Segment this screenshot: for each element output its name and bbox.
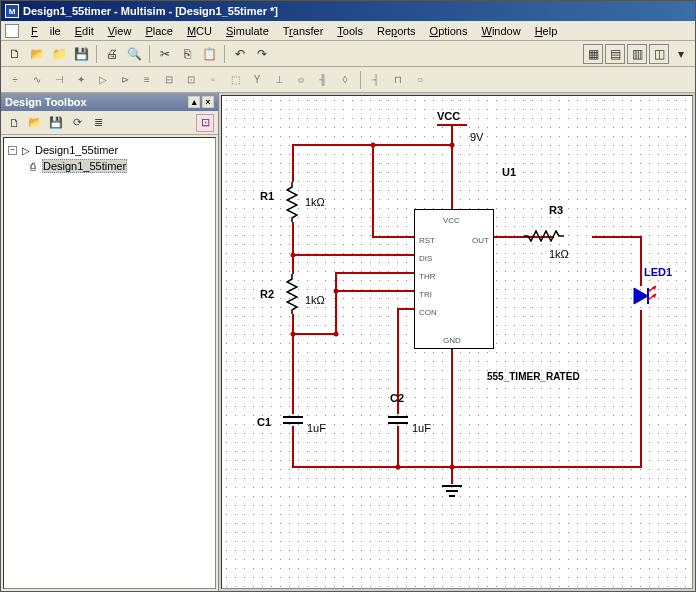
menu-help[interactable]: Help — [529, 23, 564, 39]
comp1-button[interactable]: ÷ — [5, 70, 25, 90]
r2-component[interactable] — [286, 274, 298, 314]
comp14-button[interactable]: ⌾ — [291, 70, 311, 90]
tb-filter-icon[interactable]: ⊡ — [196, 114, 214, 132]
tb-new-icon[interactable]: 🗋 — [5, 114, 23, 132]
wire-vcc-to-chip — [451, 144, 453, 209]
new-button[interactable]: 🗋 — [5, 44, 25, 64]
menu-options[interactable]: Options — [424, 23, 474, 39]
save-button[interactable]: 💾 — [71, 44, 91, 64]
hierarchy-icon: ▷ — [19, 144, 33, 156]
wire-rst-v — [372, 144, 374, 238]
view2-button[interactable]: ▤ — [605, 44, 625, 64]
menu-file[interactable]: File — [25, 23, 67, 39]
comp16-button[interactable]: ◊ — [335, 70, 355, 90]
view5-button[interactable]: ▾ — [671, 44, 691, 64]
toolbox-close-icon[interactable]: × — [202, 96, 214, 108]
toolbox-tree[interactable]: − ▷ Design1_55timer ⎙ Design1_55timer — [3, 137, 216, 589]
tb-save-icon[interactable]: 💾 — [47, 114, 65, 132]
menu-window[interactable]: Window — [475, 23, 526, 39]
vcc-wire — [451, 124, 453, 144]
comp12-button[interactable]: Y — [247, 70, 267, 90]
paste-button[interactable]: 📋 — [199, 44, 219, 64]
r1-component[interactable] — [286, 182, 298, 222]
comp10-button[interactable]: ▫ — [203, 70, 223, 90]
wire-to-ground — [451, 466, 453, 484]
view4-button[interactable]: ◫ — [649, 44, 669, 64]
tb-refresh-icon[interactable]: ⟳ — [68, 114, 86, 132]
open-button[interactable]: 📂 — [27, 44, 47, 64]
vcc-value: 9V — [470, 131, 483, 143]
tb-open-icon[interactable]: 📂 — [26, 114, 44, 132]
comp13-button[interactable]: ⊥ — [269, 70, 289, 90]
expander-icon[interactable]: − — [8, 146, 17, 155]
wire-led-bot — [640, 310, 642, 468]
comp5-button[interactable]: ▷ — [93, 70, 113, 90]
view1-button[interactable]: ▦ — [583, 44, 603, 64]
comp2-button[interactable]: ∿ — [27, 70, 47, 90]
led-component[interactable] — [630, 286, 658, 316]
menu-simulate[interactable]: Simulate — [220, 23, 275, 39]
view3-button[interactable]: ▥ — [627, 44, 647, 64]
r3-component[interactable] — [524, 230, 564, 242]
r2-value: 1kΩ — [305, 294, 325, 306]
wire-thr-h2 — [335, 272, 414, 274]
component-toolbar: ÷ ∿ ⊣ ✦ ▷ ⊳ ≡ ⊟ ⊡ ▫ ⬚ Y ⊥ ⌾ ╢ ◊ ┤ ⊓ ○ — [1, 67, 695, 93]
svg-marker-7 — [634, 288, 648, 304]
menu-reports[interactable]: Reports — [371, 23, 422, 39]
comp18-button[interactable]: ⊓ — [388, 70, 408, 90]
menu-place[interactable]: Place — [139, 23, 179, 39]
cut-button[interactable]: ✂ — [155, 44, 175, 64]
comp8-button[interactable]: ⊟ — [159, 70, 179, 90]
tb-list-icon[interactable]: ≣ — [89, 114, 107, 132]
u1-ref: U1 — [502, 166, 516, 178]
pin-rst: RST — [419, 236, 435, 245]
wire-thr-v — [335, 273, 337, 335]
toolbox-titlebar: Design Toolbox ▴ × — [1, 93, 218, 111]
comp4-button[interactable]: ✦ — [71, 70, 91, 90]
menu-transfer[interactable]: Transfer — [277, 23, 330, 39]
copy-button[interactable]: ⎘ — [177, 44, 197, 64]
comp9-button[interactable]: ⊡ — [181, 70, 201, 90]
r1-ref: R1 — [260, 190, 274, 202]
design-toolbox: Design Toolbox ▴ × 🗋 📂 💾 ⟳ ≣ ⊡ − ▷ Desig… — [1, 93, 219, 591]
u1-name: 555_TIMER_RATED — [487, 371, 580, 382]
undo-button[interactable]: ↶ — [230, 44, 250, 64]
menu-edit[interactable]: Edit — [69, 23, 100, 39]
menu-tools[interactable]: Tools — [331, 23, 369, 39]
r1-value: 1kΩ — [305, 196, 325, 208]
wire-r2-bottom — [292, 314, 294, 414]
comp17-button[interactable]: ┤ — [366, 70, 386, 90]
comp7-button[interactable]: ≡ — [137, 70, 157, 90]
led-ref: LED1 — [644, 266, 672, 278]
open2-button[interactable]: 📁 — [49, 44, 69, 64]
redo-button[interactable]: ↷ — [252, 44, 272, 64]
menu-mcu[interactable]: MCU — [181, 23, 218, 39]
pin-dis: DIS — [419, 254, 432, 263]
window-title: Design1_55timer - Multisim - [Design1_55… — [23, 5, 278, 17]
toolbox-toolbar: 🗋 📂 💾 ⟳ ≣ ⊡ — [1, 111, 218, 135]
print-button[interactable]: 🖨 — [102, 44, 122, 64]
comp11-button[interactable]: ⬚ — [225, 70, 245, 90]
pin-gnd: GND — [443, 336, 461, 345]
vcc-label: VCC — [437, 110, 460, 122]
tree-root-row[interactable]: − ▷ Design1_55timer — [8, 142, 211, 158]
u1-chip[interactable]: VCC RST DIS THR TRI CON GND OUT — [414, 209, 494, 349]
comp19-button[interactable]: ○ — [410, 70, 430, 90]
wire-thr-h1 — [292, 333, 337, 335]
title-bar: M Design1_55timer - Multisim - [Design1_… — [1, 1, 695, 21]
preview-button[interactable]: 🔍 — [124, 44, 144, 64]
comp3-button[interactable]: ⊣ — [49, 70, 69, 90]
menu-view[interactable]: View — [102, 23, 138, 39]
tree-child-label: Design1_55timer — [42, 159, 127, 173]
comp15-button[interactable]: ╢ — [313, 70, 333, 90]
tree-root-label: Design1_55timer — [35, 144, 118, 156]
toolbox-pin-icon[interactable]: ▴ — [188, 96, 200, 108]
schematic-canvas[interactable]: VCC 9V R1 1kΩ R2 1kΩ — [221, 95, 693, 589]
ground-symbol[interactable] — [440, 484, 464, 502]
tree-child-row[interactable]: ⎙ Design1_55timer — [8, 158, 211, 174]
wire-r1-r2 — [292, 222, 294, 274]
wire-led-top — [640, 236, 642, 286]
wire-c1-bot — [292, 426, 294, 468]
junction-rst — [371, 143, 376, 148]
comp6-button[interactable]: ⊳ — [115, 70, 135, 90]
